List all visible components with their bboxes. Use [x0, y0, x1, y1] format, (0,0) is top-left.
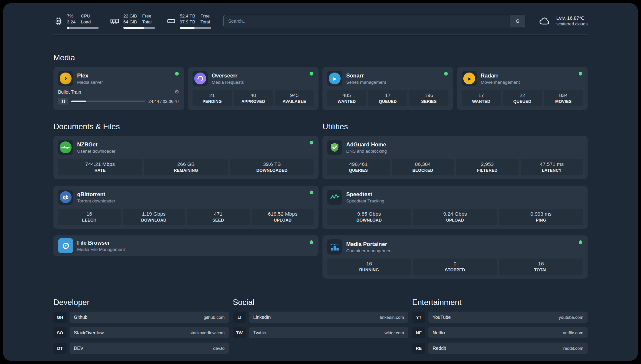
disk-progress-bar [180, 27, 211, 29]
overseerr-icon [193, 71, 208, 86]
nzbget-icon: nzbget [58, 140, 73, 155]
section-entertainment: Entertainment YT YouTube youtube.com NF … [412, 298, 588, 354]
stat-tile: 86,384 BLOCKED [392, 159, 454, 175]
stat-tile: 471 SEED [187, 209, 250, 225]
bookmark-abbr: NF [412, 327, 425, 338]
stat-tile: 39.6 TB DOWNLOADED [230, 159, 314, 175]
app-card-sonarr[interactable]: ▶ Sonarr Series management 485 WANTED [322, 67, 453, 110]
stat-tile: 21 PENDING [193, 90, 232, 106]
pause-button[interactable] [58, 98, 68, 105]
app-desc: Movie management [481, 80, 520, 85]
app-desc: Media server [77, 80, 103, 85]
plex-now-playing: Bullet Train ⚙ 24:44 / 02:06:47 [58, 89, 179, 105]
ram-label: Free [142, 13, 152, 19]
system-metrics: 7% 3.24 CPU Load [53, 13, 211, 29]
app-desc: Usenet downloader [77, 149, 115, 154]
stat-tile: 9.65 Gbps DOWNLOAD [327, 209, 411, 225]
section-title-developer: Developer [53, 298, 229, 307]
bookmark-url: youtube.com [559, 315, 583, 320]
stat-tile: 16 TOTAL [499, 258, 583, 275]
cpu-label2: Load [81, 19, 91, 25]
search-provider-button[interactable]: G [510, 15, 525, 27]
playback-progress[interactable] [71, 101, 145, 102]
bookmark-abbr: LI [233, 312, 246, 323]
bookmark-netflix[interactable]: NF Netflix netflix.com [412, 327, 588, 338]
portainer-crane-icon [327, 239, 342, 255]
app-card-speedtest[interactable]: Speedtest Speedtest Tracking 9.65 Gbps D… [322, 186, 588, 229]
stat-tile: 16 LEECH [58, 209, 121, 225]
bookmark-url: reddit.com [563, 346, 583, 351]
bookmark-url: netflix.com [563, 330, 583, 335]
app-card-qbittorrent[interactable]: qb qBittorrent Torrent downloader 16 [53, 186, 319, 229]
app-name: Speedtest [346, 191, 384, 197]
disk-free: 52.4 TB [180, 13, 195, 19]
stat-tile: 266 GB REMAINING [144, 159, 228, 175]
app-name: NZBGet [77, 141, 115, 148]
status-dot [310, 191, 313, 194]
app-card-filebrowser[interactable]: File Browser Media File Management [53, 235, 319, 256]
bookmark-reddit[interactable]: RE Reddit reddit.com [412, 343, 588, 354]
bookmark-stackoverflow[interactable]: SO StackOverflow stackoverflow.com [53, 327, 229, 338]
section-media: Media › Plex Media server [53, 53, 588, 110]
app-card-adguard[interactable]: AdGuard Home DNS and adblocking 498,461 … [322, 136, 588, 179]
stat-tile: 47.571 ms LATENCY [521, 159, 583, 175]
bookmark-abbr: TW [233, 327, 246, 338]
app-card-overseerr[interactable]: Overseerr Media Requests 21 PENDING 40 A… [188, 67, 319, 110]
status-dot [175, 72, 179, 76]
stat-tile: 0.993 ms PING [499, 209, 583, 225]
bookmark-abbr: SO [53, 327, 67, 338]
section-title-documents: Documents & Files [53, 122, 319, 131]
stat-tile: 834 MOVIES [544, 90, 583, 106]
plex-icon: › [58, 71, 73, 86]
bookmark-dev[interactable]: DT DEV dev.to [53, 343, 229, 354]
status-dot [310, 240, 313, 244]
cpu-label: CPU [81, 13, 91, 19]
stat-tile: 618.52 Mbps UPLOAD [252, 209, 314, 225]
app-name: File Browser [77, 240, 125, 246]
app-desc: Container management [346, 248, 393, 253]
app-name: Overseerr [212, 73, 244, 79]
app-name: Media Portainer [346, 241, 393, 247]
stat-tile: 9.24 Gbps UPLOAD [413, 209, 497, 225]
bookmark-linkedin[interactable]: LI LinkedIn linkedin.com [233, 312, 408, 323]
app-card-nzbget[interactable]: nzbget NZBGet Usenet downloader 744.21 M… [53, 136, 319, 179]
dashboard-root: 7% 3.24 CPU Load [3, 3, 638, 361]
search-input[interactable] [224, 15, 510, 27]
gear-icon[interactable]: ⚙ [174, 89, 179, 95]
app-name: Plex [77, 73, 103, 79]
disk-label: Free [200, 13, 210, 19]
status-dot [310, 72, 313, 76]
app-desc: Torrent downloader [77, 198, 115, 203]
status-dot [579, 240, 582, 244]
stat-tile: 498,461 QUERIES [327, 159, 390, 175]
bookmark-github[interactable]: GH Github github.com [53, 312, 229, 323]
app-card-portainer[interactable]: Media Portainer Container management 16 … [322, 235, 588, 279]
cpu-percent: 7% [67, 13, 76, 19]
bookmark-twitter[interactable]: TW Twitter twitter.com [233, 327, 408, 338]
stat-tile: 16 RUNNING [327, 258, 411, 275]
app-desc: Series management [346, 80, 386, 85]
bookmark-name: YouTube [433, 315, 451, 320]
now-playing-title: Bullet Train [58, 89, 81, 95]
disk-total: 97.9 TB [180, 19, 195, 25]
app-desc: Media Requests [212, 80, 244, 85]
app-card-radarr[interactable]: ▶ Radarr Movie management 17 WANTED [457, 67, 588, 110]
bookmark-youtube[interactable]: YT YouTube youtube.com [412, 312, 588, 323]
ram-free: 22 GiB [123, 13, 137, 19]
ram-total: 64 GiB [123, 19, 137, 25]
playback-time: 24:44 / 02:06:47 [148, 99, 179, 104]
top-bar: 7% 3.24 CPU Load [53, 3, 588, 29]
section-documents: Documents & Files nzbget NZBGet Usenet d… [53, 122, 319, 279]
overseerr-swirl-icon [197, 75, 204, 82]
section-utilities: Utilities [322, 122, 588, 279]
radarr-icon: ▶ [462, 71, 477, 86]
app-card-plex[interactable]: › Plex Media server Bullet Train ⚙ [53, 67, 184, 110]
bookmark-name: Twitter [253, 330, 267, 335]
bookmark-name: LinkedIn [253, 315, 271, 320]
bookmark-url: stackoverflow.com [190, 330, 225, 335]
bookmark-url: github.com [203, 315, 225, 320]
stat-tile: 22 QUEUED [503, 90, 542, 106]
header-divider [53, 35, 588, 35]
cpu-chip-icon [53, 16, 63, 26]
plex-chevron-icon: › [64, 74, 67, 83]
